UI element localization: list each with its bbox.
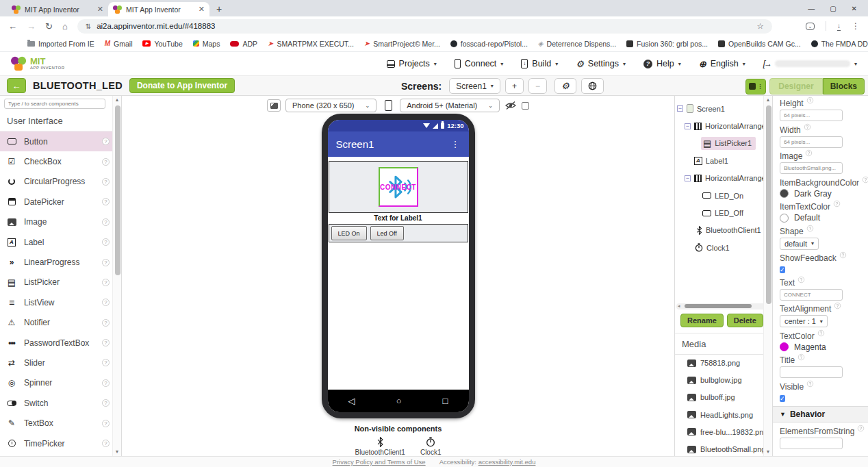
scrollbar-thumb[interactable] <box>766 105 771 304</box>
palette-item-textbox[interactable]: ✎TextBox? <box>0 413 112 433</box>
help-icon[interactable]: ? <box>102 440 110 447</box>
maximize-icon[interactable]: ▢ <box>830 5 836 12</box>
menu-settings[interactable]: ⚙Settings▾ <box>576 59 626 69</box>
media-item[interactable]: BluetoothSmall.png <box>675 440 772 457</box>
palette-item-checkbox[interactable]: ☑CheckBox? <box>0 151 112 171</box>
close-icon[interactable]: ✕ <box>852 5 857 12</box>
new-tab-button[interactable]: + <box>216 3 222 14</box>
help-icon[interactable]: ? <box>806 150 812 156</box>
help-icon[interactable]: ? <box>102 379 110 387</box>
minimize-icon[interactable]: — <box>808 5 815 12</box>
nonvisible-clock[interactable]: Clock1 <box>420 437 442 456</box>
shape-select[interactable]: default▾ <box>780 238 819 250</box>
menu-build[interactable]: ↓Build▾ <box>521 59 558 68</box>
rename-button[interactable]: Rename <box>680 314 724 327</box>
bookmark-star-icon[interactable]: ☆ <box>756 21 763 31</box>
tree-item-horizontalarrangement2[interactable]: − HorizontalArrangement2 <box>675 170 772 187</box>
elementsfromstring-input[interactable] <box>780 438 843 449</box>
palette-section-header[interactable]: User Interface <box>0 110 112 131</box>
help-icon[interactable]: ? <box>818 329 824 336</box>
horizontal-arrangement-2[interactable]: LED On Led Off <box>329 224 468 242</box>
bookmark-item[interactable]: ADP <box>230 40 257 48</box>
help-icon[interactable]: ? <box>102 238 110 246</box>
text-input[interactable] <box>780 289 843 301</box>
tree-item-listpicker1[interactable]: ▤ListPicker1 <box>675 135 772 152</box>
palette-item-passwordtextbox[interactable]: •••PasswordTextBox? <box>0 333 112 353</box>
showfeedback-checkbox[interactable]: ✓ <box>780 266 785 273</box>
donate-button[interactable]: Donate to App Inventor <box>129 78 235 93</box>
bookmark-item[interactable]: fosscad-repo/Pistol... <box>450 40 528 48</box>
help-icon[interactable]: ? <box>804 123 810 129</box>
tree-item-led-off[interactable]: LED_Off <box>675 204 772 221</box>
tree-item-screen1[interactable]: − Screen1 <box>675 100 772 117</box>
help-icon[interactable]: ? <box>102 259 110 266</box>
help-icon[interactable]: ? <box>102 420 110 427</box>
viewer-checkbox[interactable] <box>522 102 529 110</box>
home-icon[interactable]: ⌂ <box>62 21 68 31</box>
palette-item-slider[interactable]: ⇄Slider? <box>0 353 112 373</box>
help-icon[interactable]: ? <box>798 276 804 282</box>
help-icon[interactable]: ? <box>834 201 840 207</box>
horizontal-arrangement-1[interactable]: CONNECT <box>329 161 468 213</box>
help-icon[interactable]: ? <box>102 399 110 407</box>
bookmark-item[interactable]: Imported From IE <box>27 40 94 48</box>
help-icon[interactable]: ? <box>807 380 813 386</box>
tree-item-led-on[interactable]: LED_On <box>675 187 772 204</box>
palette-item-listview[interactable]: ≡ListView? <box>0 292 112 312</box>
display-mode-button[interactable] <box>267 99 281 112</box>
palette-item-image[interactable]: Image? <box>0 212 112 232</box>
menu-connect[interactable]: Connect▾ <box>455 59 504 68</box>
palette-item-button[interactable]: Button? <box>0 131 112 151</box>
listpicker-component[interactable]: CONNECT <box>379 167 418 207</box>
components-scrollbar[interactable]: ▲ ▼ <box>763 96 772 456</box>
bookmark-item[interactable]: ➤SmartProject© Mer... <box>364 40 440 48</box>
visible-checkbox[interactable]: ✓ <box>780 395 785 402</box>
hide-components-eye-icon[interactable] <box>505 101 517 110</box>
palette-item-listpicker[interactable]: ▤ListPicker? <box>0 273 112 292</box>
scrollbar-thumb[interactable] <box>685 304 752 308</box>
palette-item-timepicker[interactable]: TimePicker? <box>0 433 112 453</box>
bookmark-item[interactable]: OpenBuilds CAM Gc... <box>718 40 801 48</box>
scroll-left-icon[interactable]: ◂ <box>678 303 680 309</box>
tree-item-clock1[interactable]: Clock1 <box>675 239 772 256</box>
scroll-down-icon[interactable]: ▼ <box>113 448 121 456</box>
help-icon[interactable]: ? <box>807 225 813 231</box>
menu-projects[interactable]: Projects▾ <box>387 59 437 68</box>
back-to-projects-button[interactable]: ← <box>7 78 26 93</box>
accessibility-link[interactable]: accessibility.mit.edu <box>478 458 536 466</box>
help-icon[interactable]: ? <box>102 218 110 226</box>
collapse-icon[interactable]: − <box>685 123 691 129</box>
help-icon[interactable]: ? <box>102 299 110 306</box>
publish-button[interactable] <box>581 78 604 94</box>
back-icon[interactable]: ← <box>8 21 17 31</box>
tree-item-horizontalarrangement1[interactable]: − HorizontalArrangement1 <box>675 117 772 134</box>
add-screen-button[interactable]: + <box>505 78 524 94</box>
help-icon[interactable]: ? <box>840 252 846 258</box>
itemtextcolor-picker[interactable]: Default <box>780 213 861 223</box>
tree-item-bluetoothclient1[interactable]: BluetoothClient1 <box>675 222 772 239</box>
help-icon[interactable]: ? <box>102 319 110 327</box>
overflow-menu-icon[interactable]: ⋮ <box>451 139 461 149</box>
scrollbar-thumb[interactable] <box>115 105 120 275</box>
blocks-toggle[interactable]: Blocks <box>823 78 865 94</box>
browser-tab-1[interactable]: MIT App Inventor ✕ <box>7 2 108 16</box>
media-item[interactable]: bulboff.jpg <box>675 389 772 406</box>
bookmark-item[interactable]: The FMDA DD17.2 3... <box>811 40 868 48</box>
designer-toggle[interactable]: Designer <box>769 78 822 94</box>
height-input[interactable] <box>780 110 843 121</box>
tree-horizontal-scrollbar[interactable]: ◂ ▸ <box>676 303 768 310</box>
textalignment-select[interactable]: center : 1▾ <box>780 315 828 327</box>
bookmark-item[interactable]: Fusion 360: grbl pos... <box>626 40 708 48</box>
scroll-down-icon[interactable]: ▼ <box>764 448 772 456</box>
palette-item-circularprogress[interactable]: CircularProgress? <box>0 172 112 192</box>
help-icon[interactable]: ? <box>102 158 110 166</box>
screen-size-select[interactable]: Phone (320 x 650)⌄ <box>285 99 376 112</box>
tree-item-label1[interactable]: A Label1 <box>675 152 772 169</box>
title-input[interactable] <box>780 366 843 378</box>
privacy-link[interactable]: Privacy Policy and Terms of Use <box>333 458 426 466</box>
scroll-up-icon[interactable]: ▲ <box>113 96 121 104</box>
address-bar[interactable]: ⇅ ai2a.appinventor.mit.edu/#418883 ☆ <box>77 19 772 34</box>
downloads-icon[interactable]: ↓ <box>837 22 841 31</box>
help-icon[interactable]: ? <box>798 354 804 360</box>
palette-item-spinner[interactable]: ◎Spinner? <box>0 373 112 393</box>
